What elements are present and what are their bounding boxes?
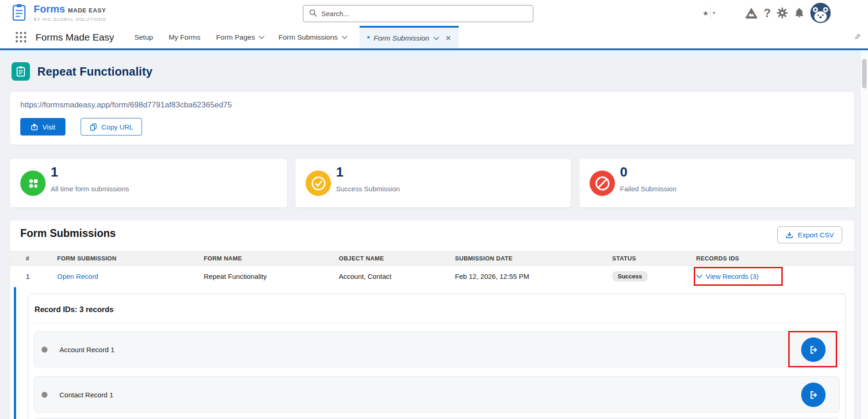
chevron-down-icon [259, 35, 265, 39]
record-row-account-1: Account Record 1 [34, 331, 840, 367]
expanded-row-accent [14, 287, 16, 419]
star-icon: ★ [703, 10, 709, 17]
col-object-name: OBJECT NAME [339, 255, 455, 262]
tab-setup[interactable]: Setup [134, 33, 153, 41]
notifications-bell-icon[interactable] [794, 7, 805, 19]
tab-form-submissions[interactable]: Form Submissions [278, 33, 347, 41]
main-content: Repeat Functionality https://formsmadeas… [0, 50, 860, 419]
app-launcher-icon[interactable] [16, 32, 26, 42]
clipboard-logo-icon [12, 3, 29, 24]
stat-total-label: All time form submissions [51, 185, 129, 193]
search-input[interactable] [321, 10, 527, 18]
app-name: Forms Made Easy [35, 32, 114, 43]
help-icon[interactable]: ? [764, 6, 771, 20]
unsaved-indicator: * [367, 34, 370, 42]
user-avatar[interactable] [810, 3, 831, 23]
app-logo: Forms MADE EASY BY HIC GLOBAL SOLUTIONS [12, 3, 106, 24]
table-header-row: # FORM SUBMISSION FORM NAME OBJECT NAME … [10, 251, 854, 266]
download-icon [785, 231, 793, 239]
open-window-icon [30, 123, 38, 131]
copy-icon [89, 123, 97, 131]
app-window: Forms MADE EASY BY HIC GLOBAL SOLUTIONS … [0, 0, 868, 419]
shapes-icon [20, 171, 46, 196]
cell-submission-date: Feb 12, 2026, 12:55 PM [455, 272, 612, 280]
record-ids-title: Record IDs: 3 records [35, 305, 113, 314]
stat-total-value: 1 [51, 165, 58, 180]
global-search[interactable] [303, 5, 533, 22]
record-ids-panel: Record IDs: 3 records Account Record 1 [28, 294, 846, 419]
col-num: # [26, 255, 57, 262]
app-navigation: Forms Made Easy Setup My Forms Form Page… [0, 26, 868, 50]
brand-name: Forms [34, 3, 65, 15]
chevron-down-icon [433, 36, 439, 40]
status-badge: Success [612, 271, 648, 282]
header-actions: ★ ▾ + ? [697, 0, 831, 26]
tab-my-forms[interactable]: My Forms [169, 33, 201, 41]
table-title: Form Submissions [20, 227, 116, 240]
col-status: STATUS [612, 255, 696, 262]
global-actions-button[interactable]: + [726, 6, 739, 19]
form-clipboard-icon [12, 62, 30, 81]
view-records-link[interactable]: View Records (3) [696, 272, 854, 280]
edit-page-pencil-icon[interactable]: ✎ [854, 32, 861, 42]
chevron-down-icon: ▾ [713, 11, 715, 15]
stat-card-failed: 0 Failed Submission [579, 159, 855, 207]
search-icon [309, 9, 317, 19]
stat-success-value: 1 [336, 165, 343, 180]
cell-num: 1 [26, 272, 57, 280]
trailhead-icon[interactable] [744, 6, 758, 19]
record-label: Account Record 1 [59, 346, 114, 354]
col-form-submission: FORM SUBMISSION [57, 255, 204, 262]
form-url-card: https://formsmadeasy.app/form/698d7791af… [10, 92, 854, 145]
global-header: Forms MADE EASY BY HIC GLOBAL SOLUTIONS … [0, 0, 868, 26]
stat-card-total: 1 All time form submissions [10, 159, 287, 207]
chevron-down-icon [342, 35, 348, 39]
table-row: 1 Open Record Repeat Functionality Accou… [10, 266, 854, 287]
cell-form-name: Repeat Functionality [204, 272, 339, 280]
bullet-dot-icon [41, 347, 47, 353]
brand-suffix: MADE EASY [68, 7, 106, 14]
record-label: Contact Record 1 [59, 391, 113, 399]
form-submissions-card: Form Submissions Export CSV # FORM SUBMI… [10, 220, 854, 419]
open-record-link[interactable]: Open Record [57, 272, 204, 280]
tab-form-pages[interactable]: Form Pages [216, 33, 265, 41]
bullet-dot-icon [41, 392, 47, 398]
chevron-down-icon [696, 274, 703, 278]
col-records-ids: RECORDS IDS [696, 255, 854, 262]
brand-tagline: BY HIC GLOBAL SOLUTIONS [34, 17, 106, 22]
setup-gear-icon[interactable] [776, 7, 788, 19]
stat-failed-value: 0 [620, 165, 627, 180]
visit-button[interactable]: Visit [20, 118, 65, 136]
open-external-icon [808, 389, 819, 401]
form-url: https://formsmadeasy.app/form/698d7791af… [20, 100, 232, 110]
stat-card-success: 1 Success Submission [295, 159, 571, 207]
open-record-button[interactable] [801, 337, 826, 362]
record-row-contact-1: Contact Record 1 [34, 376, 840, 413]
stat-failed-label: Failed Submission [620, 185, 677, 193]
col-form-name: FORM NAME [204, 255, 339, 262]
check-icon [306, 171, 331, 196]
cell-object-name: Account, Contact [339, 272, 455, 280]
open-external-icon [808, 344, 819, 355]
copy-url-button[interactable]: Copy URL [81, 118, 142, 136]
ban-icon [590, 171, 615, 196]
page-title: Repeat Functionality [37, 65, 153, 78]
page-scrollbar[interactable] [860, 50, 868, 419]
col-submission-date: SUBMISSION DATE [455, 255, 612, 262]
page-header: Repeat Functionality [12, 62, 153, 81]
close-tab-icon[interactable]: ✕ [445, 34, 451, 42]
tab-form-submission-active[interactable]: * Form Submission ✕ [360, 26, 459, 48]
open-record-button[interactable] [801, 383, 826, 407]
scrollbar-thumb[interactable] [862, 59, 867, 89]
stat-success-label: Success Submission [336, 185, 400, 193]
export-csv-button[interactable]: Export CSV [777, 226, 842, 243]
favorites-button[interactable]: ★ ▾ [697, 6, 720, 19]
